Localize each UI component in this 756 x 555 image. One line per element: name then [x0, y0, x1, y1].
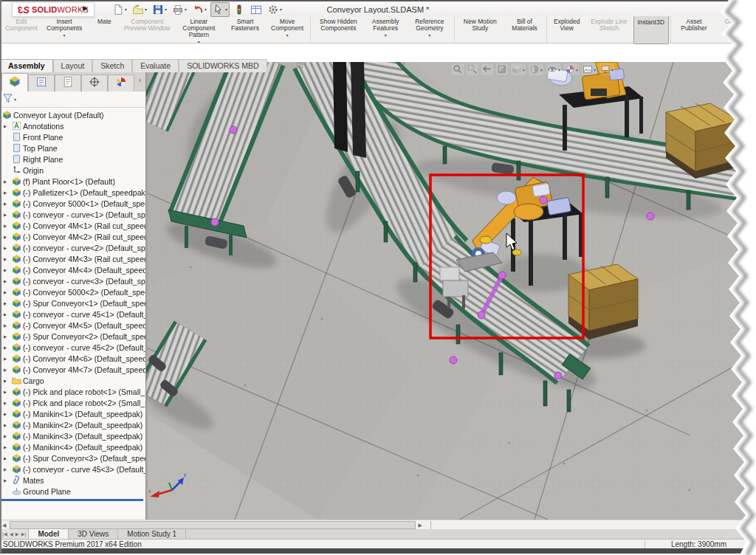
dropdown-caret-icon[interactable]: ▾ — [63, 32, 66, 38]
quick-access-toolbar[interactable]: ▾▾▾▾▾▾▾ — [111, 2, 284, 16]
dropdown-caret-icon[interactable]: ▾ — [576, 67, 578, 72]
dropdown-caret-icon[interactable]: ▾ — [280, 7, 282, 12]
expand-arrow-icon[interactable]: ▶ — [3, 279, 7, 283]
tree-filter-row[interactable]: ▾ — [0, 92, 145, 108]
magenta-marker[interactable] — [540, 196, 547, 204]
tree-item-pick-and-place-robot[interactable]: ▶(-) Pick and place robot<2> (Small_spee… — [0, 397, 145, 408]
tree-item-mates[interactable]: ▶Mates — [0, 475, 145, 486]
open-button[interactable]: ▾ — [131, 3, 148, 16]
file-properties-button[interactable] — [249, 3, 264, 16]
expand-arrow-icon[interactable]: ▶ — [3, 235, 7, 239]
expand-arrow-icon[interactable]: ▶ — [3, 190, 7, 195]
expand-arrow-icon[interactable]: ▶ — [3, 124, 7, 128]
expand-arrow-icon[interactable]: ▶ — [3, 268, 7, 272]
tree-item-f-plant-floor-1-defa[interactable]: ▶(f) Plant Floor<1> (Default) — [0, 176, 145, 187]
tree-item-conveyor-4m-7-defa[interactable]: ▶(-) Conveyor 4M<7> (Default_speedpak) — [0, 364, 145, 375]
expand-arrow-icon[interactable]: ▶ — [3, 224, 7, 228]
magenta-marker[interactable] — [647, 213, 654, 220]
options-button[interactable]: ▾ — [266, 3, 284, 16]
expand-arrow-icon[interactable]: ▶ — [3, 445, 7, 449]
tree-item-pick-and-place-robot[interactable]: ▶(-) Pick and place robot<1> (Small_spee… — [0, 386, 145, 397]
display-style-button[interactable]: ▾ — [529, 63, 543, 75]
expand-arrow-icon[interactable]: ▶ — [3, 467, 7, 472]
expand-arrow-icon[interactable]: ▶ — [3, 356, 7, 361]
apply-scene-button[interactable]: ▾ — [582, 63, 597, 75]
magenta-marker[interactable] — [450, 356, 457, 364]
print-button[interactable]: ▾ — [171, 3, 188, 16]
expand-arrow-icon[interactable]: ▶ — [3, 478, 7, 483]
tree-item-conveyor-5000-1-de[interactable]: ▶(-) Conveyor 5000<1> (Default_speedpak) — [0, 198, 145, 209]
tree-item-right-plane[interactable]: ▶Right Plane — [0, 154, 145, 165]
select-button[interactable]: ▾ — [210, 2, 230, 17]
study-tab-3d-views[interactable]: 3D Views — [69, 529, 118, 539]
tree-item-conveyor-4m-1-rail[interactable]: ▶(-) Conveyor 4M<1> (Rail cut_speedpak) — [0, 220, 145, 231]
study-tab-motion-study-1[interactable]: Motion Study 1 — [118, 529, 186, 539]
tree-item-conveyor-curve-45[interactable]: ▶(-) conveyor - curve 45<1> (Default_spe… — [0, 308, 145, 320]
new-document-button[interactable]: ▾ — [111, 3, 128, 16]
pallet-right-middle[interactable] — [568, 264, 638, 339]
tab-nav-buttons[interactable]: |◀ ◀ ▶ ▶| — [0, 529, 29, 539]
tree-item-palletizer-1-defau[interactable]: ▶(-) Palletizer<1> (Default_speedpak) — [0, 187, 145, 198]
tree-item-ground-plane[interactable]: ▶Ground Plane — [0, 486, 145, 497]
magenta-marker[interactable] — [211, 218, 219, 226]
tab-evaluate[interactable]: Evaluate — [132, 59, 179, 72]
tree-item-manikin-1-default[interactable]: ▶(-) Manikin<1> (Default_speedpak) — [0, 408, 145, 419]
dropdown-caret-icon[interactable]: ▾ — [286, 32, 289, 38]
dropdown-caret-icon[interactable]: ▾ — [594, 67, 596, 72]
study-tab-model[interactable]: Model — [29, 529, 69, 539]
expand-arrow-icon[interactable]: ▶ — [3, 323, 7, 328]
dropdown-caret-icon[interactable]: ▾ — [385, 32, 387, 38]
dropdown-caret-icon[interactable]: ▾ — [145, 7, 147, 12]
expand-arrow-icon[interactable]: ▶ — [3, 213, 7, 217]
section-view-button[interactable] — [496, 63, 508, 75]
tree-item-conveyor-5000-2-de[interactable]: ▶(-) Conveyor 5000<2> (Default_speedpak) — [0, 286, 145, 297]
panel-tab-propertymanager[interactable] — [28, 75, 55, 92]
tree-item-manikin-2-default[interactable]: ▶(-) Manikin<2> (Default_speedpak) — [0, 419, 145, 430]
zoom-to-fit-button[interactable] — [452, 63, 464, 75]
save-button[interactable]: ▾ — [151, 3, 168, 16]
undo-button[interactable]: ▾ — [190, 3, 208, 16]
heads-up-view-toolbar[interactable]: ▾▾▾▾▾▾ — [452, 63, 614, 75]
expand-arrow-icon[interactable]: ▶ — [3, 179, 7, 184]
tree-item-spur-conveyor-1-de[interactable]: ▶(-) Spur Conveyor<1> (Default_speedpak) — [0, 297, 145, 308]
rollback-bar[interactable] — [1, 499, 143, 501]
magenta-marker[interactable] — [498, 272, 506, 279]
first-tab-icon[interactable]: |◀ — [2, 531, 7, 537]
expand-arrow-icon[interactable]: ▶ — [3, 434, 7, 438]
tree-item-conveyor-curve-45[interactable]: ▶(-) conveyor - curve 45<2> (Default_spe… — [0, 342, 145, 353]
panel-tab-displaymanager[interactable] — [108, 75, 134, 92]
tree-item-conveyor-4m-2-rail[interactable]: ▶(-) Conveyor 4M<2> (Rail cut_speedpak) — [0, 231, 145, 242]
last-tab-icon[interactable]: ▶| — [21, 531, 27, 537]
expand-arrow-icon[interactable]: ▶ — [3, 312, 7, 317]
prev-tab-icon[interactable]: ◀ — [10, 531, 13, 537]
expand-arrow-icon[interactable]: ▶ — [3, 390, 7, 394]
tab-sketch[interactable]: Sketch — [92, 59, 132, 72]
filter-caret-icon[interactable]: ▾ — [14, 97, 16, 102]
next-tab-icon[interactable]: ▶ — [16, 531, 19, 537]
hide-show-items-button[interactable]: ▾ — [546, 63, 561, 75]
panel-tab-featuremanager[interactable] — [1, 73, 28, 92]
tree-item-manikin-3-default[interactable]: ▶(-) Manikin<3> (Default_speedpak) — [0, 430, 145, 441]
magenta-marker[interactable] — [554, 372, 562, 379]
scrollbar-splitter[interactable] — [430, 521, 431, 529]
tree-item-front-plane[interactable]: ▶Front Plane — [0, 131, 145, 142]
rebuild-button[interactable] — [232, 3, 247, 16]
tree-item-conveyor-curve-1[interactable]: ▶(-) conveyor - curve<1> (Default_speedp… — [0, 209, 145, 220]
tree-item-top-plane[interactable]: ▶Top Plane — [0, 142, 145, 154]
edit-appearance-button[interactable]: ▾ — [564, 63, 579, 75]
dropdown-caret-icon[interactable]: ▾ — [225, 7, 227, 12]
tab-solidworks-mbd[interactable]: SOLIDWORKS MBD — [179, 59, 267, 72]
scrollbar-thumb[interactable] — [10, 521, 416, 529]
tree-item-spur-conveyor-2-de[interactable]: ▶(-) Spur Conveyor<2> (Default_speedpak) — [0, 331, 145, 342]
tree-item-cargo[interactable]: ▶Cargo — [0, 375, 145, 386]
tree-item-manikin-4-default[interactable]: ▶(-) Manikin<4> (Default_speedpak) — [0, 441, 145, 452]
expand-arrow-icon[interactable]: ▶ — [3, 334, 7, 339]
expand-arrow-icon[interactable]: ▶ — [3, 201, 7, 206]
panel-tab-dimxpertmanager[interactable] — [81, 75, 108, 92]
expand-arrow-icon[interactable]: ▶ — [3, 456, 7, 461]
dropdown-caret-icon[interactable]: ▾ — [125, 7, 127, 12]
expand-arrow-icon[interactable]: ▶ — [3, 246, 7, 250]
dropdown-caret-icon[interactable]: ▾ — [428, 32, 430, 38]
magenta-marker[interactable] — [230, 126, 237, 134]
tab-assembly[interactable]: Assembly — [0, 59, 53, 72]
